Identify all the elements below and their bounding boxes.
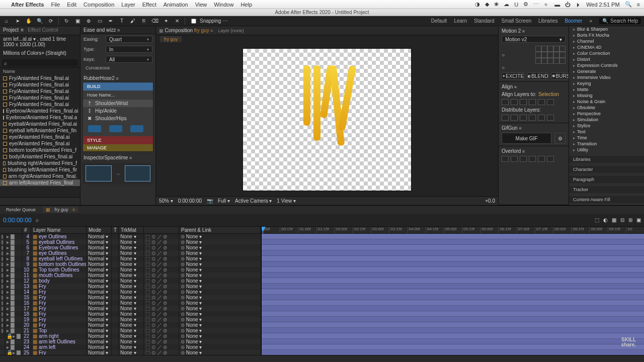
layer-bar[interactable] [262,350,644,355]
workspace-overflow-icon[interactable]: » [589,18,592,24]
timeline-layer-row[interactable]: ▸ ▇7▦eye OutlinesNormal ▾None ▾⬚ ⊙ ／ ⊘⊚ … [0,250,261,256]
timeline-toggle-icon[interactable]: ⊟ [620,217,624,223]
timeline-layer-row[interactable]: ▸ ▇12▦bodyNormal ▾None ▾⬚ ⊙ ／ ⊘⊚ None ▾ [0,278,261,284]
effect-category[interactable]: Immersive Video [569,74,644,80]
effect-category[interactable]: Text [569,129,644,135]
visibility-toggle[interactable] [2,246,3,250]
workspace-libraries[interactable]: Libraries [538,18,557,24]
align-buttons[interactable] [502,99,566,105]
timeline-search-icon[interactable]: ⌕ [36,217,39,223]
layer-viewer-tab[interactable]: Layer (none) [218,28,244,33]
easing-select[interactable]: Quart [106,36,152,43]
project-asset-item[interactable]: Fry/Aniamted Fries_final.ai [0,75,80,81]
motion2-tab[interactable]: Motion 2 ≡ [502,28,566,34]
visibility-toggle[interactable] [2,290,3,294]
workspace-boomer[interactable]: Boomer [565,18,582,24]
visibility-toggle[interactable] [2,268,3,272]
layer-bar[interactable] [262,278,644,284]
eraser-tool-icon[interactable]: ⌫ [151,18,158,25]
timeline-layer-row[interactable]: 🔒▸ ▇22▦arm rightNormal ▾None ▾⬚ ⊙ ／ ⊘⊚ N… [0,333,261,339]
menubar-icon[interactable]: ⏵ [576,2,581,8]
timeline-layer-row[interactable]: ▸ ▇17▦FryNormal ▾None ▾⬚ ⊙ ／ ⊘⊚ None ▾ [0,306,261,311]
spotlight-icon[interactable]: 🔍 [625,1,632,8]
rubberhose-build-tab[interactable]: BUILD [83,82,153,90]
timeline-layer-row[interactable]: ▸ ▇19▦FryNormal ▾None ▾⬚ ⊙ ／ ⊘⊚ None ▾ [0,317,261,322]
timeline-toggle-icon[interactable]: ▦ [612,217,616,223]
ease-type-select[interactable]: In [106,46,152,53]
anchor-tool-icon[interactable]: ⊕ [85,18,92,25]
motion-preset-select[interactable]: Motion v2▾ [502,36,566,43]
zoom-tool-icon[interactable]: 🔍 [36,18,43,25]
effect-controls-tab[interactable]: Effect Control [28,27,58,33]
snapping-options-icon[interactable]: ⋯ [223,18,228,24]
timeline-layer-row[interactable]: ▸ ▇8▦eyeball left OutlinesNormal ▾None ▾… [0,256,261,261]
project-asset-item[interactable]: body/Aniamted Fries_final.ai [0,153,80,160]
time-ruler[interactable]: :00f00:15f01:00f01:15f02:00f02:15f03:00f… [262,227,644,234]
panel-tab-content-aware-fill[interactable]: Content-Aware Fill [569,196,644,203]
effect-category[interactable]: Distort [569,56,644,62]
workspace-small-screen[interactable]: Small Screen [502,18,531,24]
timeline-layer-row[interactable]: ▸ ▇18▦FryNormal ▾None ▾⬚ ⊙ ／ ⊘⊚ None ▾ [0,311,261,317]
effect-category[interactable]: Channel [569,38,644,44]
selection-tool-icon[interactable]: ➤ [14,18,21,25]
ease-keys-select[interactable]: All [106,56,152,63]
timeline-layer-row[interactable]: ▸ ▇20▦FryNormal ▾None ▾⬚ ⊙ ／ ⊘⊚ None ▾ [0,322,261,328]
viewer-time[interactable]: 0:00:00:00 [178,198,202,204]
timeline-layer-row[interactable]: ▸ ▇14▦FryNormal ▾None ▾⬚ ⊙ ／ ⊘⊚ None ▾ [0,289,261,295]
layer-bar[interactable] [262,273,644,278]
rubberhose-preset-icon[interactable] [130,125,143,132]
motion-radio[interactable]: ○ [502,52,505,58]
project-asset-item[interactable]: eyeball/Aniamted Fries_final.ai [0,121,80,127]
timeline-footer[interactable] [0,355,644,362]
layer-bar[interactable] [262,333,644,339]
effect-category[interactable]: Utility [569,147,644,153]
layer-bar[interactable] [262,328,644,333]
layer-bar[interactable] [262,306,644,311]
visibility-toggle[interactable] [2,296,3,300]
orbit-tool-icon[interactable]: ⟳ [47,18,54,25]
effect-category[interactable]: Boris FX Mocha [569,32,644,38]
blend-button[interactable]: ◐ BLEND [527,72,548,79]
zoom-dropdown[interactable]: 50% ▾ [159,198,173,204]
menu-file[interactable]: File [51,2,60,8]
layer-bar[interactable] [262,234,644,239]
layer-bar[interactable] [262,250,644,256]
layer-bar[interactable] [262,239,644,245]
project-asset-item[interactable]: Fry/Aniamted Fries_final.ai [0,81,80,88]
workspace-standard[interactable]: Standard [474,18,495,24]
effects-panel[interactable]: Blur & SharpenBoris FX MochaChannelCINEM… [569,26,644,205]
visibility-toggle[interactable] [2,251,3,255]
timeline-layer-row[interactable]: 🔒▸ ▇25▦FryNormal ▾None ▾⬚ ⊙ ／ ⊘⊚ None ▾ [0,350,261,355]
layer-bar[interactable] [262,311,644,317]
effect-category[interactable]: Color Correction [569,50,644,56]
effect-category[interactable]: Expression Controls [569,62,644,68]
effect-category[interactable]: Obsolete [569,105,644,111]
effect-category[interactable]: Noise & Grain [569,99,644,105]
timeline-layer-row[interactable]: ▸ ▇16▦FryNormal ▾None ▾⬚ ⊙ ／ ⊘⊚ None ▾ [0,300,261,306]
hose-name-input[interactable]: Hose Name... [83,90,153,100]
visibility-toggle[interactable] [2,257,3,261]
effect-category[interactable]: CINEMA 4D [569,44,644,50]
effect-category[interactable]: Matte [569,86,644,93]
exposure-value[interactable]: +0.0 [485,198,495,204]
visibility-toggle[interactable] [2,279,3,283]
effect-category[interactable]: Simulation [569,117,644,123]
project-asset-item[interactable]: eye/Aniamted Fries_final.ai [0,134,80,140]
snapshot-icon[interactable]: 📷 [207,198,213,204]
puppet-tool-icon[interactable]: ✕ [174,18,181,25]
composition-canvas[interactable] [243,49,411,191]
menubar-icon[interactable]: ☁ [504,1,509,8]
menu-layer[interactable]: Layer [121,2,135,8]
workspace-default[interactable]: Default [431,18,447,24]
project-asset-item[interactable]: eyeball left/Aniamted Fries_fin [0,127,80,134]
overlord-buttons[interactable] [502,156,566,162]
layer-bar[interactable] [262,295,644,300]
timeline-layer-row[interactable]: ▸ ▇4▦eye OutlinesNormal ▾None ▾⬚ ⊙ ／ ⊘⊚ … [0,234,261,239]
visibility-toggle[interactable] [2,323,3,327]
visibility-toggle[interactable] [2,318,3,322]
effect-category[interactable]: Blur & Sharpen [569,26,644,32]
excite-button[interactable]: ✦ EXCITE [502,72,524,79]
timeline-layer-row[interactable]: ▸ ▇9▦bottom tooth OutlinesNormal ▾None ▾… [0,261,261,267]
effect-category[interactable]: Missing [569,93,644,99]
menubar-icon[interactable]: ⋯ [533,1,539,8]
